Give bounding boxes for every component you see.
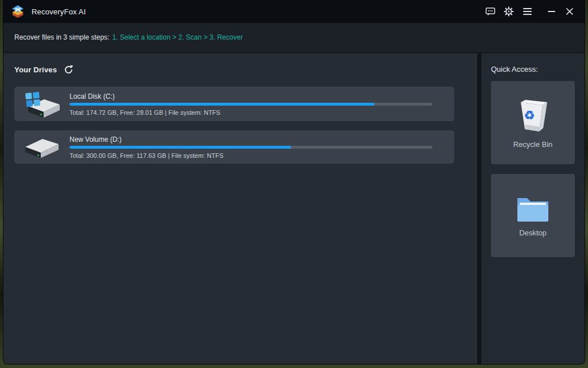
steps-sequence: 1. Select a location > 2. Scan > 3. Reco… bbox=[112, 33, 242, 41]
drive-details: Total: 174.72 GB, Free: 28.01 GB | File … bbox=[69, 109, 432, 116]
drive-usage-bar bbox=[69, 146, 432, 149]
data-drive-icon bbox=[14, 135, 69, 159]
close-icon[interactable] bbox=[563, 5, 577, 18]
app-window: RecoveryFox AI bbox=[3, 0, 585, 365]
recycle-symbol: ♻ bbox=[521, 109, 538, 122]
system-drive-icon bbox=[14, 90, 69, 118]
app-logo-icon bbox=[10, 4, 25, 19]
recycle-bin-icon: ♻ bbox=[516, 97, 550, 135]
quick-access-desktop[interactable]: Desktop bbox=[491, 174, 575, 257]
refresh-icon[interactable] bbox=[64, 64, 74, 75]
drive-row-local-disk-c[interactable]: Local Disk (C:) Total: 174.72 GB, Free: … bbox=[14, 87, 454, 121]
menu-icon[interactable] bbox=[520, 5, 534, 18]
drive-name: New Volume (D:) bbox=[69, 135, 432, 144]
drive-usage-fill bbox=[69, 103, 374, 106]
quick-access-recycle-bin[interactable]: ♻ Recycle Bin bbox=[491, 81, 575, 164]
panel-divider bbox=[477, 53, 481, 364]
drives-panel: Your Drives bbox=[3, 53, 477, 364]
titlebar-controls bbox=[483, 5, 577, 18]
drive-usage-bar bbox=[69, 103, 432, 106]
steps-prefix: Recover files in 3 simple steps: bbox=[14, 33, 109, 41]
steps-bar: Recover files in 3 simple steps: 1. Sele… bbox=[3, 23, 585, 53]
drive-usage-fill bbox=[69, 146, 291, 149]
quick-access-heading: Quick Access: bbox=[491, 65, 575, 73]
quick-access-label: Recycle Bin bbox=[513, 140, 553, 149]
feedback-icon[interactable] bbox=[483, 5, 497, 18]
desktop-folder-icon bbox=[515, 195, 551, 223]
settings-gear-icon[interactable] bbox=[502, 5, 516, 18]
drive-row-new-volume-d[interactable]: New Volume (D:) Total: 300.00 GB, Free: … bbox=[14, 130, 454, 164]
app-title: RecoveryFox AI bbox=[32, 7, 86, 16]
drives-heading: Your Drives bbox=[14, 65, 57, 74]
minimize-icon[interactable] bbox=[544, 5, 558, 18]
drive-details: Total: 300.00 GB, Free: 117.63 GB | File… bbox=[69, 152, 432, 159]
titlebar: RecoveryFox AI bbox=[3, 0, 585, 23]
drive-name: Local Disk (C:) bbox=[69, 92, 432, 100]
quick-access-panel: Quick Access: ♻ Recycle Bin bbox=[481, 53, 585, 364]
quick-access-label: Desktop bbox=[519, 228, 547, 237]
